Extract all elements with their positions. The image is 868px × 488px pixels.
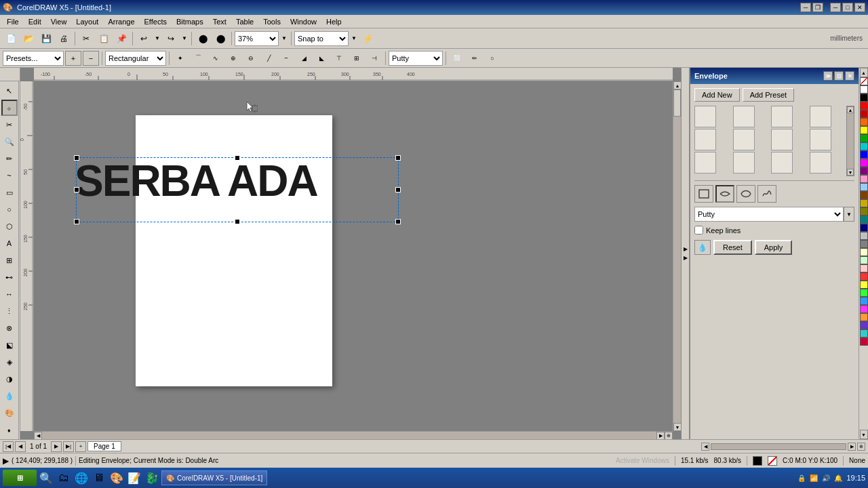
h-scroll-left2[interactable]: ◀ bbox=[701, 443, 709, 451]
envelope-tool[interactable]: ⬕ bbox=[1, 337, 18, 353]
close-button[interactable]: ✕ bbox=[854, 3, 865, 12]
scroll-track-h[interactable] bbox=[42, 432, 656, 439]
stroke-color-swatch[interactable] bbox=[768, 456, 777, 466]
preset-cell-11[interactable] bbox=[771, 152, 793, 174]
color-swatch-brightyellow[interactable] bbox=[860, 281, 868, 289]
color-swatch-teal[interactable] bbox=[860, 216, 868, 224]
page-tab-1[interactable]: Page 1 bbox=[87, 441, 121, 451]
color-swatch-ltgray[interactable] bbox=[860, 232, 868, 240]
taskbar-icon-search[interactable]: 🔍 bbox=[38, 470, 54, 486]
start-button[interactable]: ⊞ bbox=[3, 470, 37, 486]
menu-help[interactable]: Help bbox=[322, 16, 346, 27]
color-swatch-turquoise[interactable] bbox=[860, 329, 868, 338]
export-button[interactable]: ⬤ bbox=[212, 30, 229, 47]
remove-preset-icon-button[interactable]: − bbox=[83, 51, 99, 66]
putty-mode-dropdown[interactable]: Putty Straight Line Single Arc Double Ar… bbox=[694, 207, 844, 222]
taskbar-icon-browser[interactable]: 🌐 bbox=[73, 470, 90, 486]
shape-tool[interactable]: ⬦ bbox=[1, 100, 18, 116]
node-home-button[interactable]: ⬜ bbox=[449, 51, 465, 66]
preset-cell-5[interactable] bbox=[694, 129, 716, 150]
taskbar-icon-media[interactable]: 🖥 bbox=[91, 470, 107, 486]
scroll-thumb-v[interactable] bbox=[673, 89, 681, 117]
transparency-tool[interactable]: ◑ bbox=[1, 371, 18, 387]
color-swatch-brightpink[interactable] bbox=[860, 305, 868, 313]
shape-rect-button[interactable] bbox=[694, 185, 713, 203]
print-button[interactable]: 🖨 bbox=[56, 30, 72, 47]
preset-cell-7[interactable] bbox=[771, 129, 793, 150]
keep-lines-checkbox[interactable] bbox=[694, 226, 703, 235]
scroll-left-button[interactable]: ◀ bbox=[34, 432, 42, 439]
corner-button1[interactable]: ◢ bbox=[296, 51, 312, 66]
panel-close-btn[interactable]: ✕ bbox=[845, 71, 854, 81]
putty-dropdown-arrow[interactable]: ▼ bbox=[844, 207, 854, 222]
preset-scrollbar[interactable]: ▲ ▼ bbox=[846, 106, 854, 176]
new-button[interactable]: 📄 bbox=[3, 30, 19, 47]
scroll-track-v[interactable] bbox=[673, 89, 681, 423]
curve-button2[interactable]: ∿ bbox=[208, 51, 224, 66]
preset-scroll-down[interactable]: ▼ bbox=[847, 169, 854, 176]
eyedropper-action-button[interactable]: 💧 bbox=[694, 240, 711, 255]
menu-table[interactable]: Table bbox=[232, 16, 258, 27]
extrude-tool[interactable]: ◈ bbox=[1, 354, 18, 370]
redo-arrow[interactable]: ▼ bbox=[180, 30, 189, 47]
snap-dropdown-arrow[interactable]: ▼ bbox=[350, 30, 358, 47]
node-add-button[interactable]: ⊕ bbox=[225, 51, 241, 66]
handle-bl[interactable] bbox=[74, 219, 79, 224]
color-swatch-pink[interactable] bbox=[860, 175, 868, 183]
preset-cell-12[interactable] bbox=[810, 152, 831, 174]
panel-expand-arrow[interactable]: ▶ ▶ bbox=[681, 68, 689, 439]
extra-button[interactable]: ○ bbox=[484, 51, 500, 66]
color-swatch-red[interactable] bbox=[860, 102, 868, 110]
zoom-select[interactable]: 37% bbox=[235, 31, 279, 46]
color-swatch-brightorange[interactable] bbox=[860, 313, 868, 321]
menu-bitmaps[interactable]: Bitmaps bbox=[172, 16, 208, 27]
color-swatch-purple[interactable] bbox=[860, 167, 868, 175]
smart-fill-tool[interactable]: ⬧ bbox=[1, 422, 18, 438]
preset-cell-10[interactable] bbox=[733, 152, 755, 174]
undo-button[interactable]: ↩ bbox=[136, 30, 152, 47]
color-swatch-white[interactable] bbox=[860, 85, 868, 94]
taskbar-icon-photoshop[interactable]: 📝 bbox=[126, 470, 142, 486]
color-swatch-brightgreen[interactable] bbox=[860, 289, 868, 297]
color-swatch-indigo[interactable] bbox=[860, 321, 868, 329]
panel-expand-btn[interactable]: ≫ bbox=[823, 71, 833, 81]
palette-scroll-up[interactable]: ▲ bbox=[860, 68, 868, 77]
preset-scroll-up[interactable]: ▲ bbox=[847, 106, 854, 113]
canvas-body[interactable]: SERBA ADA bbox=[34, 81, 673, 431]
preset-cell-9[interactable] bbox=[694, 152, 716, 174]
cut-button[interactable]: ✂ bbox=[78, 30, 94, 47]
shape-double-arc-button[interactable] bbox=[736, 185, 755, 203]
corner-button3[interactable]: ⊤ bbox=[331, 51, 347, 66]
crop-tool[interactable]: ✂ bbox=[1, 117, 18, 133]
open-button[interactable]: 📂 bbox=[20, 30, 37, 47]
color-swatch-brown[interactable] bbox=[860, 191, 868, 199]
curve-seg-button[interactable]: ⌢ bbox=[278, 51, 294, 66]
ellipse-tool[interactable]: ○ bbox=[1, 201, 18, 218]
preset-cell-6[interactable] bbox=[733, 129, 755, 150]
color-swatch-darkred[interactable] bbox=[860, 110, 868, 118]
zoom-fit-button[interactable]: ⊕ bbox=[857, 443, 865, 451]
page-last-button[interactable]: ▶| bbox=[63, 441, 74, 452]
minimize-button[interactable]: ─ bbox=[830, 3, 841, 12]
scroll-up-button[interactable]: ▲ bbox=[673, 81, 681, 89]
presets-dropdown[interactable]: Presets... bbox=[3, 51, 64, 66]
page-prev-button[interactable]: ◀ bbox=[15, 441, 26, 452]
menu-effects[interactable]: Effects bbox=[140, 16, 171, 27]
page-add-button[interactable]: + bbox=[75, 441, 86, 452]
text-tool[interactable]: A bbox=[1, 235, 18, 251]
menu-arrange[interactable]: Arrange bbox=[104, 16, 138, 27]
color-swatch-brightred[interactable] bbox=[860, 272, 868, 281]
scrollbar-vertical[interactable]: ▲ ▼ bbox=[673, 81, 681, 431]
page-next-button[interactable]: ▶ bbox=[51, 441, 62, 452]
no-color-swatch[interactable] bbox=[860, 77, 868, 85]
add-preset-icon-button[interactable]: + bbox=[65, 51, 81, 66]
add-preset-button[interactable]: Add Preset bbox=[743, 88, 794, 102]
curve-button1[interactable]: ⌒ bbox=[190, 51, 206, 66]
paste-button[interactable]: 📌 bbox=[113, 30, 130, 47]
color-swatch-ltred[interactable] bbox=[860, 264, 868, 272]
save-button[interactable]: 💾 bbox=[38, 30, 54, 47]
menu-layout[interactable]: Layout bbox=[72, 16, 102, 27]
eyedropper-tool[interactable]: 💧 bbox=[1, 388, 18, 404]
table-tool[interactable]: ⊞ bbox=[1, 252, 18, 268]
scroll-right-button[interactable]: ▶ bbox=[656, 432, 665, 439]
